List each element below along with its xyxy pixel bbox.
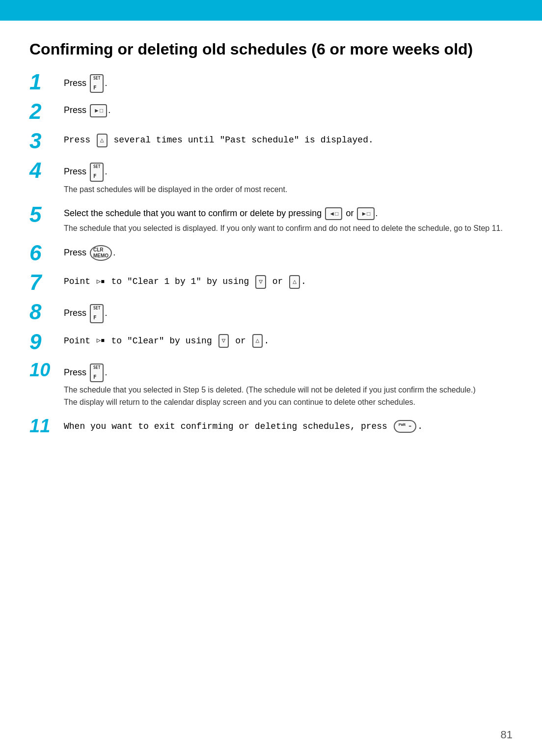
step-content-11: When you want to exit confirming or dele… [64, 418, 513, 434]
page-title: Confirming or deleting old schedules (6 … [29, 40, 513, 58]
left-icon-5: ◄□ [325, 207, 342, 221]
step-number-10: 10 [29, 361, 55, 379]
step-7-text: Point ▷◾ to "Clear 1 by 1" by using ▽ or… [64, 277, 306, 286]
step-3-text: Press △ several times until "Past schedu… [64, 135, 374, 145]
step-11: 11 When you want to exit confirming or d… [29, 418, 513, 435]
step-number-2: 2 [29, 101, 55, 122]
step-content-5: Select the schedule that you want to con… [64, 205, 513, 235]
step-1: 1 Press SETF. [29, 72, 513, 93]
step-3: 3 Press △ several times until "Past sche… [29, 131, 513, 152]
step-number-7: 7 [29, 272, 55, 293]
step-8: 8 Press SETF. [29, 302, 513, 323]
step-9-text: Point ▷◾ to "Clear" by using ▽ or △. [64, 336, 269, 346]
step-11-text: When you want to exit confirming or dele… [64, 421, 423, 431]
step-10-sub: The schedule that you selected in Step 5… [64, 384, 513, 409]
step-4-text: Press SETF. [64, 167, 107, 176]
step-10-text: Press SETF. [64, 367, 107, 377]
step-content-6: Press CLRMEMO. [64, 243, 513, 261]
step-4-sub: The past schedules will be displayed in … [64, 184, 513, 196]
step-6: 6 Press CLRMEMO. [29, 243, 513, 264]
step-5-text: Select the schedule that you want to con… [64, 208, 378, 218]
step-2: 2 Press ►□. [29, 102, 513, 122]
step-5-sub: The schedule that you selected is displa… [64, 223, 513, 235]
cursor-icon-9: ▷◾ [97, 336, 105, 346]
up-icon-9: △ [252, 334, 263, 348]
step-content-10: Press SETF. The schedule that you select… [64, 362, 513, 409]
arrow-right-icon-5: ►□ [357, 207, 374, 221]
step-2-text: Press ►□. [64, 105, 110, 115]
set-f-icon-4: SETF [90, 163, 104, 181]
step-1-text: Press SETF. [64, 78, 107, 88]
step-number-6: 6 [29, 242, 55, 264]
step-number-9: 9 [29, 331, 55, 353]
step-5: 5 Select the schedule that you want to c… [29, 205, 513, 235]
step-number-5: 5 [29, 204, 55, 225]
step-number-8: 8 [29, 301, 55, 323]
step-content-8: Press SETF. [64, 302, 513, 323]
step-7: 7 Point ▷◾ to "Clear 1 by 1" by using ▽ … [29, 273, 513, 293]
step-10: 10 Press SETF. The schedule that you sel… [29, 362, 513, 409]
step-content-9: Point ▷◾ to "Clear" by using ▽ or △. [64, 332, 513, 348]
step-content-1: Press SETF. [64, 72, 513, 93]
steps-container: 1 Press SETF. 2 Press ►□. 3 Press △ seve… [29, 72, 513, 444]
down-icon-7: ▽ [255, 275, 266, 289]
step-number-11: 11 [29, 417, 55, 435]
set-f-icon-10: SETF [90, 364, 104, 382]
down-icon-9: ▽ [218, 334, 229, 348]
top-bar [0, 0, 542, 21]
step-content-4: Press SETF. The past schedules will be d… [64, 161, 513, 196]
step-content-3: Press △ several times until "Past schedu… [64, 131, 513, 147]
clr-icon-6: CLRMEMO [90, 245, 112, 261]
cursor-icon-7: ▷◾ [97, 277, 105, 287]
step-content-2: Press ►□. [64, 102, 513, 117]
step-4: 4 Press SETF. The past schedules will be… [29, 161, 513, 196]
up-icon-7: △ [289, 275, 300, 289]
step-9: 9 Point ▷◾ to "Clear" by using ▽ or △. [29, 332, 513, 353]
step-number-1: 1 [29, 71, 55, 93]
page-content: Confirming or deleting old schedules (6 … [0, 21, 542, 474]
page-number: 81 [501, 728, 513, 741]
step-number-3: 3 [29, 130, 55, 152]
pwr-icon-11: PWR ⬌ [394, 420, 416, 433]
arrow-right-icon-2: ►□ [90, 104, 107, 117]
step-6-text: Press CLRMEMO. [64, 248, 115, 257]
set-f-icon-1: SETF [90, 74, 104, 93]
up-icon-3: △ [97, 134, 108, 147]
step-8-text: Press SETF. [64, 308, 107, 318]
set-f-icon-8: SETF [90, 304, 104, 323]
step-number-4: 4 [29, 160, 55, 181]
step-content-7: Point ▷◾ to "Clear 1 by 1" by using ▽ or… [64, 273, 513, 289]
